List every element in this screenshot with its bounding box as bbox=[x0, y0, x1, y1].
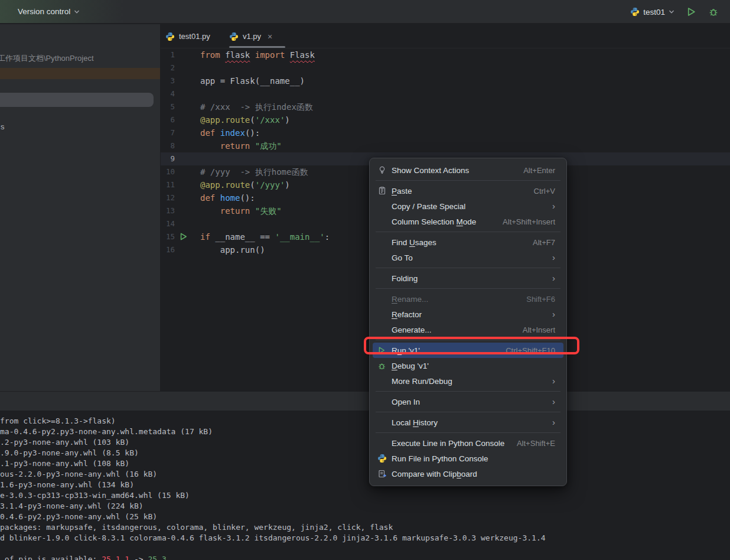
run-configuration-label: test01 bbox=[643, 8, 665, 17]
console-line: ous-2.2.0-py3-none-any.whl (16 kB) bbox=[0, 469, 730, 480]
console-line: .1-py3-none-any.whl (108 kB) bbox=[0, 458, 730, 469]
line-number: 1 bbox=[161, 48, 200, 61]
code-line-3[interactable]: 3app = Flask(__name__) bbox=[161, 74, 730, 87]
menu-item-label: Execute Line in Python Console bbox=[392, 439, 504, 448]
context-menu-item-compare-with-clipboard[interactable]: Compare with Clipboard bbox=[373, 466, 563, 481]
run-configuration-selector[interactable]: test01 bbox=[628, 5, 677, 18]
code-text: app = Flask(__name__) bbox=[200, 74, 730, 87]
compare-clipboard-icon bbox=[377, 469, 387, 478]
project-item-fragment: s bbox=[1, 122, 5, 131]
code-line-1[interactable]: 1from flask import Flask bbox=[161, 48, 730, 61]
line-number: 13 bbox=[161, 204, 200, 217]
console-line: from click>=8.1.3->flask) bbox=[0, 416, 730, 426]
line-number: 8 bbox=[161, 139, 200, 152]
play-icon bbox=[686, 6, 696, 17]
code-line-2[interactable]: 2 bbox=[161, 61, 730, 74]
bug-icon bbox=[708, 6, 719, 17]
console-line: e-3.0.3-cp313-cp313-win_amd64.whl (15 kB… bbox=[0, 490, 730, 501]
context-menu-item-paste[interactable]: PasteCtrl+V bbox=[373, 183, 563, 198]
project-panel: 工作项目文档\PythonProject s bbox=[0, 24, 161, 391]
paste-icon bbox=[377, 186, 387, 196]
python-icon bbox=[630, 7, 640, 17]
console-line: ma-0.4.6-py2.py3-none-any.whl.metadata (… bbox=[0, 426, 730, 437]
context-menu-item-more-run-debug[interactable]: More Run/Debug› bbox=[373, 373, 563, 389]
code-line-5[interactable]: 5# /xxx -> 执行index函数 bbox=[161, 100, 730, 113]
chevron-down-icon bbox=[669, 9, 674, 15]
context-menu-item-find-usages[interactable]: Find UsagesAlt+F7 bbox=[373, 235, 563, 250]
line-number: 15 bbox=[161, 230, 200, 243]
console-line: d blinker-1.9.0 click-8.3.1 colorama-0.4… bbox=[0, 533, 730, 543]
menu-separator bbox=[376, 412, 560, 412]
menu-item-label: Column Selection Mode bbox=[392, 217, 476, 226]
run-line-icon[interactable] bbox=[179, 232, 188, 241]
menu-item-label: Copy / Paste Special bbox=[392, 202, 465, 211]
code-line-8[interactable]: 8 return "成功" bbox=[161, 139, 730, 152]
submenu-arrow-icon: › bbox=[552, 274, 555, 282]
tab-label: test01.py bbox=[179, 32, 210, 41]
project-selected-row[interactable] bbox=[0, 68, 161, 79]
console-toolbar-band bbox=[0, 391, 730, 411]
context-menu-item-debug-v1[interactable]: Debug 'v1' bbox=[373, 358, 563, 373]
run-console[interactable]: from click>=8.1.3->flask)ma-0.4.6-py2.py… bbox=[0, 411, 730, 560]
editor-tab-bar: test01.py v1.py × bbox=[161, 24, 730, 48]
context-menu-item-local-history[interactable]: Local History› bbox=[373, 415, 563, 430]
context-menu-item-rename: Rename...Shift+F6 bbox=[373, 291, 563, 307]
context-menu-item-folding[interactable]: Folding› bbox=[373, 271, 563, 286]
context-menu-item-go-to[interactable]: Go To› bbox=[373, 250, 563, 265]
python-icon bbox=[165, 32, 175, 41]
main-toolbar: Version control test01 bbox=[0, 0, 730, 24]
close-icon[interactable]: × bbox=[268, 32, 272, 41]
context-menu-item-refactor[interactable]: Refactor› bbox=[373, 307, 563, 322]
code-line-4[interactable]: 4 bbox=[161, 87, 730, 100]
menu-item-label: Generate... bbox=[392, 325, 432, 334]
project-hover-row[interactable] bbox=[0, 93, 154, 107]
version-control-widget[interactable]: Version control bbox=[14, 4, 83, 20]
menu-item-label: Show Context Actions bbox=[392, 166, 469, 175]
menu-separator bbox=[376, 391, 560, 392]
code-text bbox=[200, 87, 730, 100]
submenu-arrow-icon: › bbox=[552, 376, 555, 385]
menu-item-shortcut: Alt+F7 bbox=[533, 238, 555, 247]
menu-item-label: Local History bbox=[392, 418, 438, 427]
menu-item-label: Compare with Clipboard bbox=[392, 470, 477, 478]
menu-item-label: Folding bbox=[392, 274, 418, 283]
submenu-arrow-icon: › bbox=[552, 310, 555, 318]
menu-item-shortcut: Shift+F6 bbox=[526, 295, 555, 304]
context-menu-item-show-context-actions[interactable]: Show Context ActionsAlt+Enter bbox=[373, 162, 563, 178]
context-menu-item-column-selection-mode[interactable]: Column Selection ModeAlt+Shift+Insert bbox=[373, 214, 563, 229]
context-menu-item-execute-line-in-python-console[interactable]: Execute Line in Python ConsoleAlt+Shift+… bbox=[373, 435, 563, 451]
python-icon bbox=[377, 454, 387, 463]
run-button[interactable] bbox=[683, 4, 699, 20]
tab-test01-py[interactable]: test01.py bbox=[165, 24, 210, 48]
menu-separator bbox=[376, 288, 560, 289]
code-text: def index(): bbox=[200, 126, 730, 139]
debug-button[interactable] bbox=[705, 4, 722, 20]
console-line: 1.6-py3-none-any.whl (134 kB) bbox=[0, 480, 730, 490]
context-menu-item-run-v1[interactable]: Run 'v1'Ctrl+Shift+F10 bbox=[373, 343, 563, 358]
context-menu-item-generate[interactable]: Generate...Alt+Insert bbox=[373, 322, 563, 337]
context-menu-item-copy-paste-special[interactable]: Copy / Paste Special› bbox=[373, 198, 563, 214]
line-number: 3 bbox=[161, 74, 200, 87]
line-number: 9 bbox=[161, 152, 200, 165]
run-icon bbox=[377, 346, 386, 354]
code-line-7[interactable]: 7def index(): bbox=[161, 126, 730, 139]
context-menu-item-run-file-in-python-console[interactable]: Run File in Python Console bbox=[373, 451, 563, 466]
console-line: .2-py3-none-any.whl (103 kB) bbox=[0, 437, 730, 448]
tab-v1-py[interactable]: v1.py × bbox=[229, 24, 272, 48]
submenu-arrow-icon: › bbox=[552, 397, 555, 406]
menu-item-shortcut: Alt+Shift+E bbox=[517, 439, 555, 448]
line-number: 2 bbox=[161, 61, 200, 74]
context-menu-item-open-in[interactable]: Open In› bbox=[373, 394, 563, 409]
menu-item-shortcut: Alt+Shift+Insert bbox=[503, 217, 555, 226]
project-path-label: 工作项目文档\PythonProject bbox=[0, 53, 161, 64]
menu-item-shortcut: Alt+Insert bbox=[523, 325, 555, 334]
code-text: @app.route('/xxx') bbox=[200, 113, 730, 126]
tab-label: v1.py bbox=[243, 32, 261, 41]
console-line: 3.1.4-py3-none-any.whl (224 kB) bbox=[0, 501, 730, 512]
menu-separator bbox=[376, 180, 560, 181]
code-line-6[interactable]: 6@app.route('/xxx') bbox=[161, 113, 730, 126]
menu-item-shortcut: Ctrl+Shift+F10 bbox=[506, 346, 555, 355]
code-text bbox=[200, 61, 730, 74]
menu-separator bbox=[376, 232, 560, 232]
menu-item-label: Run 'v1' bbox=[392, 346, 420, 355]
